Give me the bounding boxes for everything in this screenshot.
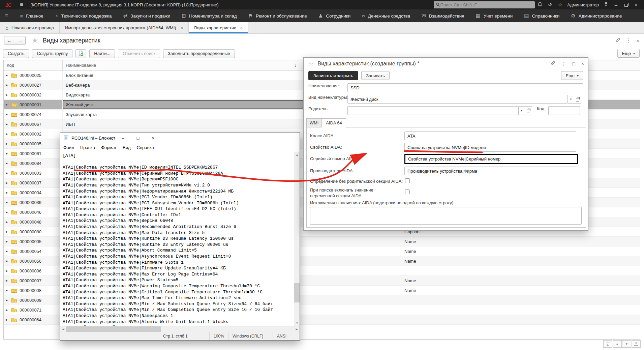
close-button[interactable]: × (631, 2, 641, 8)
restore-button[interactable] (621, 2, 631, 8)
previous-row-button[interactable]: ▲ (613, 340, 622, 348)
cancel-search-button[interactable]: Отменить поиск (118, 49, 160, 58)
service-menu-icon[interactable]: ≡▾ (601, 2, 611, 7)
expand-caret-icon[interactable]: ▶ (6, 172, 9, 175)
notepad-close-button[interactable]: × (146, 133, 161, 143)
get-link-icon[interactable] (615, 37, 620, 43)
expand-caret-icon[interactable]: ▶ (6, 133, 9, 136)
history-icon[interactable]: ↺ (545, 2, 555, 8)
tab-aida64[interactable]: AIDA 64 (322, 118, 346, 127)
code-input[interactable] (548, 106, 580, 115)
minimize-button[interactable]: – (611, 2, 621, 8)
section-item[interactable]: ≡ Главное (14, 9, 49, 22)
notepad-titlebar[interactable]: PCO146.ini – Блокнот – □ × (60, 133, 300, 143)
tab-home[interactable]: ⌂ Начальная страница (0, 22, 60, 33)
save-and-close-button[interactable]: Записать и закрыть (308, 71, 358, 80)
tab-close-icon[interactable]: × (181, 25, 183, 30)
aida-property-input[interactable] (404, 143, 576, 152)
get-link-icon[interactable] (550, 61, 555, 67)
exclusions-textarea[interactable] (310, 207, 582, 225)
expand-caret-icon[interactable]: ▶ (6, 269, 9, 272)
more-button[interactable]: Еще▾ (617, 49, 640, 58)
go-last-row-button[interactable]: ▼ (632, 340, 641, 348)
include-variable-checkbox[interactable] (405, 189, 410, 194)
notepad-minimize-button[interactable]: – (115, 133, 130, 143)
forward-button[interactable]: → (15, 36, 25, 45)
notepad-menu-item[interactable]: Файл (60, 145, 77, 150)
notepad-menu-item[interactable]: Формат (98, 145, 120, 150)
notepad-horizontal-scrollbar[interactable]: ◀ ▶ (60, 326, 300, 332)
column-header-code[interactable]: Код (4, 60, 63, 70)
expand-caret-icon[interactable]: ▶ (6, 113, 9, 116)
go-first-row-button[interactable]: ▲ (603, 340, 612, 348)
expand-caret-icon[interactable]: ▶ (6, 84, 9, 87)
section-item[interactable]: ◔ Техническая поддержка (49, 9, 118, 22)
scrollbar-thumb[interactable] (294, 283, 300, 302)
tab-wmi[interactable]: WMI (306, 118, 322, 127)
notepad-text[interactable]: [ATA]ATA1|Свойства устройства NVMe|ID мо… (60, 152, 294, 326)
section-item[interactable]: ⚙ Администрирование (565, 9, 627, 22)
create-new-item-icon-button[interactable] (75, 49, 86, 58)
section-item[interactable]: ▦ Учет времени (470, 9, 519, 22)
current-user[interactable]: Администратор (567, 2, 599, 7)
notepad-menu-item[interactable]: Правка (77, 145, 98, 150)
section-item[interactable]: ¤ Денежные средства (356, 9, 416, 22)
close-form-icon[interactable]: × (636, 38, 639, 43)
aida-serial-input[interactable] (404, 154, 578, 164)
section-item[interactable]: ▤ Справочники (518, 9, 565, 22)
section-item[interactable]: ✉ Взаимодействия (416, 9, 470, 22)
notepad-menu-item[interactable]: Справка (134, 145, 157, 150)
expand-caret-icon[interactable]: ▶ (6, 240, 9, 243)
expand-caret-icon[interactable]: ▶ (6, 230, 9, 233)
tab-characteristic-kinds[interactable]: Виды характеристик × (189, 22, 248, 33)
find-button[interactable]: Найти... (89, 49, 115, 58)
back-button[interactable]: ← (4, 36, 15, 45)
next-row-button[interactable]: ▼ (622, 340, 631, 348)
expand-caret-icon[interactable]: ▶ (6, 74, 9, 77)
expand-caret-icon[interactable]: ▶ (6, 201, 9, 204)
section-item[interactable]: ⇄ Закупки и продажи (117, 9, 176, 22)
dialog-maximize-icon[interactable]: □ (572, 61, 575, 66)
search-input[interactable] (440, 2, 533, 7)
expand-caret-icon[interactable]: ▶ (6, 260, 9, 263)
dialog-more-button[interactable]: Еще▾ (561, 71, 583, 80)
section-item[interactable]: ⊞ Номенклатура и склад (176, 9, 242, 22)
expand-caret-icon[interactable]: ▶ (6, 221, 9, 224)
create-group-button[interactable]: Создать группу (32, 49, 72, 58)
scrollbar-thumb[interactable] (66, 326, 161, 332)
scroll-left-icon[interactable]: ◀ (60, 326, 66, 332)
expand-caret-icon[interactable]: ▶ (6, 289, 9, 292)
expand-caret-icon[interactable]: ▶ (6, 142, 9, 145)
expand-caret-icon[interactable]: ▶ (6, 211, 9, 214)
scroll-right-icon[interactable]: ▶ (294, 326, 300, 332)
expand-caret-icon[interactable]: ▶ (6, 299, 9, 302)
save-button[interactable]: Записать (361, 71, 390, 80)
aida-class-input[interactable] (404, 132, 576, 140)
open-value-icon[interactable] (574, 95, 581, 104)
dialog-close-icon[interactable]: × (581, 61, 584, 66)
sections-menu-icon[interactable]: ≡ (0, 12, 14, 20)
create-button[interactable]: Создать (3, 49, 29, 58)
section-item[interactable]: ♟ Сотрудники (313, 9, 357, 22)
app-menu-icon[interactable]: ≡ (20, 2, 23, 8)
aida-vendor-input[interactable] (404, 167, 576, 175)
parent-input[interactable] (347, 106, 519, 115)
expand-caret-icon[interactable]: ▶ (6, 181, 9, 184)
favorites-star-icon[interactable]: ☆ (555, 2, 565, 8)
open-value-icon[interactable] (525, 106, 532, 115)
scroll-down-icon[interactable]: ▼ (294, 320, 300, 326)
expand-caret-icon[interactable]: ▶ (6, 318, 9, 321)
fill-predefined-button[interactable]: Заполнить предопределенные (163, 49, 235, 58)
expand-caret-icon[interactable]: ▶ (6, 191, 9, 194)
more-actions-kebab-icon[interactable]: ⋮ (561, 61, 566, 66)
scroll-up-icon[interactable]: ▲ (294, 152, 300, 158)
no-parent-section-checkbox[interactable] (405, 178, 410, 183)
expand-caret-icon[interactable]: ▶ (6, 103, 9, 106)
expand-caret-icon[interactable]: ▶ (6, 162, 9, 165)
notepad-maximize-button[interactable]: □ (130, 133, 146, 143)
expand-caret-icon[interactable]: ▶ (6, 250, 9, 253)
dropdown-chevron-icon[interactable]: ▾ (519, 106, 525, 115)
name-input[interactable] (347, 83, 583, 92)
favorite-star-icon[interactable]: ☆ (308, 60, 313, 67)
more-actions-kebab-icon[interactable]: ⋮ (626, 37, 631, 43)
